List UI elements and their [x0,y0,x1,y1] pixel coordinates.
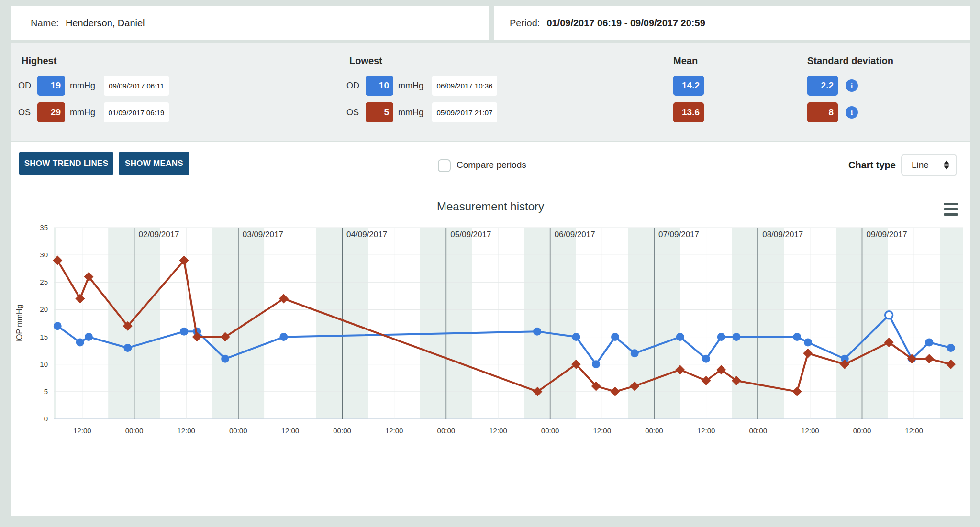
measurement-chart[interactable]: 0510152025303512:0000:0012:0000:0012:000… [11,210,970,450]
chart-panel: SHOW TREND LINES SHOW MEANS Compare peri… [11,142,970,516]
chart-type-label: Chart type [848,160,896,171]
lowest-os-datetime: 05/09/2017 21:07 [432,102,497,122]
svg-text:00:00: 00:00 [749,427,767,435]
svg-text:15: 15 [40,333,48,341]
name-label: Name: [31,18,59,29]
svg-text:12:00: 12:00 [697,427,715,435]
svg-text:20: 20 [40,305,48,313]
svg-text:00:00: 00:00 [333,427,351,435]
unit-label: mmHg [398,108,423,118]
unit-label: mmHg [70,108,95,118]
period-value: 01/09/2017 06:19 - 09/09/2017 20:59 [546,18,705,29]
compare-periods-checkbox[interactable] [438,159,451,172]
svg-text:30: 30 [40,251,48,259]
svg-text:10: 10 [40,360,48,368]
period-label: Period: [510,18,540,29]
unit-label: mmHg [398,81,423,91]
mean-title: Mean [673,55,698,66]
eye-label-os: OS [18,108,37,118]
svg-text:12:00: 12:00 [593,427,612,435]
eye-label-os: OS [346,108,366,118]
show-means-button[interactable]: SHOW MEANS [119,152,189,175]
svg-text:12:00: 12:00 [385,427,403,435]
mean-os-badge: 13.6 [673,102,704,122]
eye-label-od: OD [18,81,37,91]
info-icon[interactable]: i [846,106,858,119]
info-icon[interactable]: i [846,79,858,92]
sd-title: Standard deviation [807,55,893,66]
svg-text:0: 0 [44,415,48,423]
svg-text:35: 35 [40,223,48,231]
lowest-title: Lowest [349,55,382,66]
svg-text:07/09/2017: 07/09/2017 [658,230,699,239]
mean-os-row: 13.6 [673,102,704,122]
chart-type-select[interactable]: Line [901,154,957,176]
highest-os-badge: 29 [37,102,65,122]
svg-text:06/09/2017: 06/09/2017 [555,230,595,239]
svg-text:00:00: 00:00 [437,427,456,435]
sd-od-badge: 2.2 [807,76,838,96]
stats-panel: Highest OD 19 mmHg 09/09/2017 06:11 OS 2… [11,43,970,141]
select-arrows-icon [944,161,949,170]
svg-text:IOP mmHg: IOP mmHg [15,305,23,342]
svg-text:05/09/2017: 05/09/2017 [450,230,491,239]
iop-dashboard: Name: Henderson, Daniel Period: 01/09/20… [0,0,980,527]
lowest-od-row: OD 10 mmHg 06/09/2017 10:36 [346,76,497,96]
lowest-os-badge: 5 [366,102,393,122]
highest-od-row: OD 19 mmHg 09/09/2017 06:11 [18,76,169,96]
svg-text:12:00: 12:00 [281,427,300,435]
compare-periods-label: Compare periods [457,160,526,170]
svg-text:04/09/2017: 04/09/2017 [346,230,387,239]
mean-od-badge: 14.2 [673,76,704,96]
highest-od-datetime: 09/09/2017 06:11 [104,76,169,96]
svg-text:25: 25 [40,278,48,286]
svg-text:00:00: 00:00 [853,427,871,435]
sd-od-row: 2.2 i [807,76,858,96]
svg-text:12:00: 12:00 [73,427,91,435]
patient-name: Henderson, Daniel [66,18,145,29]
svg-text:03/09/2017: 03/09/2017 [243,230,283,239]
svg-text:12:00: 12:00 [489,427,507,435]
svg-text:00:00: 00:00 [125,427,144,435]
highest-os-row: OS 29 mmHg 01/09/2017 06:19 [18,102,169,122]
patient-name-bar: Name: Henderson, Daniel [11,6,489,40]
mean-od-row: 14.2 [673,76,704,96]
sd-os-row: 8 i [807,102,858,122]
period-bar: Period: 01/09/2017 06:19 - 09/09/2017 20… [494,6,970,40]
eye-label-od: OD [346,81,366,91]
svg-text:5: 5 [44,387,48,395]
show-trend-lines-button[interactable]: SHOW TREND LINES [19,152,113,175]
sd-os-badge: 8 [807,102,838,122]
highest-title: Highest [22,55,56,66]
svg-text:02/09/2017: 02/09/2017 [138,230,179,239]
svg-text:00:00: 00:00 [645,427,663,435]
svg-text:00:00: 00:00 [229,427,247,435]
chart-type-value: Line [912,160,929,170]
lowest-od-badge: 10 [366,76,393,96]
svg-text:12:00: 12:00 [177,427,195,435]
lowest-os-row: OS 5 mmHg 05/09/2017 21:07 [346,102,497,122]
unit-label: mmHg [70,81,95,91]
svg-text:12:00: 12:00 [905,427,923,435]
highest-os-datetime: 01/09/2017 06:19 [104,102,169,122]
highest-od-badge: 19 [37,76,65,96]
svg-text:08/09/2017: 08/09/2017 [762,230,803,239]
lowest-od-datetime: 06/09/2017 10:36 [432,76,497,96]
svg-text:09/09/2017: 09/09/2017 [867,230,907,239]
svg-text:00:00: 00:00 [541,427,559,435]
svg-text:12:00: 12:00 [801,427,819,435]
